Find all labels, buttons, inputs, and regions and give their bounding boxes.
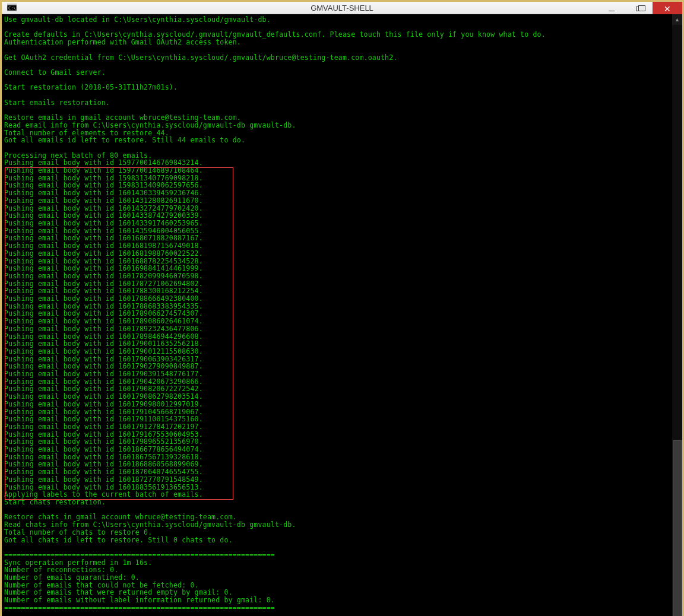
window-title: GMVAULT-SHELL bbox=[311, 4, 373, 12]
svg-rect-1 bbox=[7, 4, 17, 5]
scroll-up-arrow[interactable]: ▲ bbox=[672, 14, 682, 25]
title-bar[interactable]: C:\ GMVAULT-SHELL ✕ bbox=[2, 2, 682, 14]
app-icon: C:\ bbox=[4, 2, 20, 14]
scrollbar[interactable]: ▲ ▼ bbox=[672, 14, 682, 616]
console-area: Use gmvault-db located in C:\Users\cynth… bbox=[2, 14, 682, 616]
scroll-track[interactable] bbox=[672, 25, 682, 616]
window-frame: C:\ GMVAULT-SHELL ✕ Use gmvault-db locat… bbox=[0, 0, 684, 616]
terminal-output[interactable]: Use gmvault-db located in C:\Users\cynth… bbox=[2, 14, 672, 616]
svg-text:C:\: C:\ bbox=[8, 6, 16, 11]
scroll-thumb[interactable] bbox=[673, 440, 682, 616]
